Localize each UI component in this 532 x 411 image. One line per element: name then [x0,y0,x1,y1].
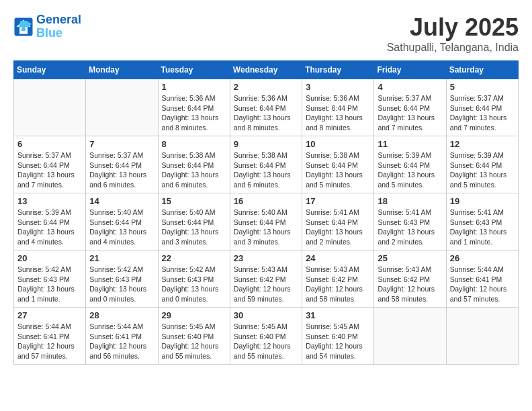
day-number: 5 [450,82,515,92]
day-number: 23 [234,253,298,263]
day-info: Sunrise: 5:40 AM Sunset: 6:44 PM Dayligh… [234,208,298,247]
day-number: 14 [89,196,154,206]
day-info: Sunrise: 5:45 AM Sunset: 6:40 PM Dayligh… [306,322,370,361]
day-number: 26 [450,253,515,263]
weekday-header: Tuesday [158,61,230,79]
calendar-cell: 27Sunrise: 5:44 AM Sunset: 6:41 PM Dayli… [14,308,86,365]
calendar-cell: 30Sunrise: 5:45 AM Sunset: 6:40 PM Dayli… [230,308,302,365]
calendar-cell: 3Sunrise: 5:36 AM Sunset: 6:44 PM Daylig… [302,79,374,136]
day-number: 25 [378,253,442,263]
day-number: 17 [306,196,370,206]
logo: General Blue [13,13,81,40]
day-info: Sunrise: 5:37 AM Sunset: 6:44 PM Dayligh… [450,93,515,133]
day-number: 21 [89,253,154,263]
logo-text: General Blue [36,13,81,40]
weekday-header: Thursday [302,61,374,79]
day-number: 2 [234,82,298,92]
day-number: 30 [234,310,298,320]
calendar-cell: 17Sunrise: 5:41 AM Sunset: 6:44 PM Dayli… [302,193,374,250]
weekday-header: Friday [374,61,446,79]
location-title: Sathupalli, Telangana, India [387,42,519,54]
weekday-header: Saturday [446,61,518,79]
calendar-cell: 7Sunrise: 5:37 AM Sunset: 6:44 PM Daylig… [86,136,158,193]
calendar-cell: 24Sunrise: 5:43 AM Sunset: 6:42 PM Dayli… [302,250,374,308]
calendar-cell: 10Sunrise: 5:38 AM Sunset: 6:44 PM Dayli… [302,136,374,193]
day-info: Sunrise: 5:38 AM Sunset: 6:44 PM Dayligh… [234,150,298,190]
calendar: SundayMondayTuesdayWednesdayThursdayFrid… [13,60,519,365]
calendar-cell: 13Sunrise: 5:39 AM Sunset: 6:44 PM Dayli… [14,193,86,250]
calendar-cell: 25Sunrise: 5:43 AM Sunset: 6:42 PM Dayli… [374,250,446,308]
day-number: 13 [17,196,82,206]
calendar-cell: 14Sunrise: 5:40 AM Sunset: 6:44 PM Dayli… [86,193,158,250]
day-number: 18 [378,196,442,206]
calendar-cell: 9Sunrise: 5:38 AM Sunset: 6:44 PM Daylig… [230,136,302,193]
calendar-cell: 5Sunrise: 5:37 AM Sunset: 6:44 PM Daylig… [446,79,518,136]
calendar-cell: 6Sunrise: 5:37 AM Sunset: 6:44 PM Daylig… [14,136,86,193]
calendar-cell [446,308,518,365]
day-info: Sunrise: 5:36 AM Sunset: 6:44 PM Dayligh… [306,93,370,133]
calendar-cell: 11Sunrise: 5:39 AM Sunset: 6:44 PM Dayli… [374,136,446,193]
weekday-header: Sunday [14,61,86,79]
day-number: 11 [378,139,442,149]
day-info: Sunrise: 5:40 AM Sunset: 6:44 PM Dayligh… [89,208,154,247]
day-info: Sunrise: 5:37 AM Sunset: 6:44 PM Dayligh… [17,150,82,190]
day-number: 3 [306,82,370,92]
calendar-cell: 31Sunrise: 5:45 AM Sunset: 6:40 PM Dayli… [302,308,374,365]
day-info: Sunrise: 5:44 AM Sunset: 6:41 PM Dayligh… [450,265,515,304]
month-title: July 2025 [387,13,519,42]
calendar-cell [14,79,86,136]
day-info: Sunrise: 5:45 AM Sunset: 6:40 PM Dayligh… [234,322,298,361]
calendar-cell [86,79,158,136]
day-number: 12 [450,139,515,149]
calendar-cell: 26Sunrise: 5:44 AM Sunset: 6:41 PM Dayli… [446,250,518,308]
day-info: Sunrise: 5:45 AM Sunset: 6:40 PM Dayligh… [162,322,226,361]
calendar-cell: 20Sunrise: 5:42 AM Sunset: 6:43 PM Dayli… [14,250,86,308]
day-info: Sunrise: 5:39 AM Sunset: 6:44 PM Dayligh… [17,208,82,247]
day-number: 22 [162,253,226,263]
calendar-cell: 12Sunrise: 5:39 AM Sunset: 6:44 PM Dayli… [446,136,518,193]
day-info: Sunrise: 5:36 AM Sunset: 6:44 PM Dayligh… [162,93,226,133]
day-info: Sunrise: 5:38 AM Sunset: 6:44 PM Dayligh… [306,150,370,190]
day-info: Sunrise: 5:42 AM Sunset: 6:43 PM Dayligh… [17,265,82,304]
calendar-cell: 2Sunrise: 5:36 AM Sunset: 6:44 PM Daylig… [230,79,302,136]
day-number: 8 [162,139,226,149]
title-block: July 2025 Sathupalli, Telangana, India [387,13,519,54]
day-number: 20 [17,253,82,263]
weekday-header: Wednesday [230,61,302,79]
day-info: Sunrise: 5:42 AM Sunset: 6:43 PM Dayligh… [89,265,154,304]
day-info: Sunrise: 5:41 AM Sunset: 6:43 PM Dayligh… [450,208,515,247]
day-info: Sunrise: 5:42 AM Sunset: 6:43 PM Dayligh… [162,265,226,304]
day-number: 29 [162,310,226,320]
calendar-cell: 18Sunrise: 5:41 AM Sunset: 6:43 PM Dayli… [374,193,446,250]
day-info: Sunrise: 5:39 AM Sunset: 6:44 PM Dayligh… [378,150,442,190]
day-info: Sunrise: 5:44 AM Sunset: 6:41 PM Dayligh… [89,322,154,361]
calendar-cell: 21Sunrise: 5:42 AM Sunset: 6:43 PM Dayli… [86,250,158,308]
day-number: 28 [89,310,154,320]
day-info: Sunrise: 5:37 AM Sunset: 6:44 PM Dayligh… [378,93,442,133]
day-number: 27 [17,310,82,320]
day-number: 24 [306,253,370,263]
calendar-cell: 8Sunrise: 5:38 AM Sunset: 6:44 PM Daylig… [158,136,230,193]
day-info: Sunrise: 5:43 AM Sunset: 6:42 PM Dayligh… [306,265,370,304]
day-number: 9 [234,139,298,149]
day-number: 16 [234,196,298,206]
day-info: Sunrise: 5:41 AM Sunset: 6:44 PM Dayligh… [306,208,370,247]
day-number: 7 [89,139,154,149]
day-number: 10 [306,139,370,149]
day-info: Sunrise: 5:43 AM Sunset: 6:42 PM Dayligh… [378,265,442,304]
day-number: 1 [162,82,226,92]
day-info: Sunrise: 5:39 AM Sunset: 6:44 PM Dayligh… [450,150,515,190]
calendar-cell: 1Sunrise: 5:36 AM Sunset: 6:44 PM Daylig… [158,79,230,136]
day-number: 4 [378,82,442,92]
calendar-cell: 22Sunrise: 5:42 AM Sunset: 6:43 PM Dayli… [158,250,230,308]
calendar-cell: 4Sunrise: 5:37 AM Sunset: 6:44 PM Daylig… [374,79,446,136]
day-info: Sunrise: 5:40 AM Sunset: 6:44 PM Dayligh… [162,208,226,247]
day-info: Sunrise: 5:43 AM Sunset: 6:42 PM Dayligh… [234,265,298,304]
calendar-cell: 28Sunrise: 5:44 AM Sunset: 6:41 PM Dayli… [86,308,158,365]
day-info: Sunrise: 5:37 AM Sunset: 6:44 PM Dayligh… [89,150,154,190]
day-info: Sunrise: 5:44 AM Sunset: 6:41 PM Dayligh… [17,322,82,361]
calendar-cell: 16Sunrise: 5:40 AM Sunset: 6:44 PM Dayli… [230,193,302,250]
calendar-cell [374,308,446,365]
calendar-cell: 29Sunrise: 5:45 AM Sunset: 6:40 PM Dayli… [158,308,230,365]
day-number: 6 [17,139,82,149]
